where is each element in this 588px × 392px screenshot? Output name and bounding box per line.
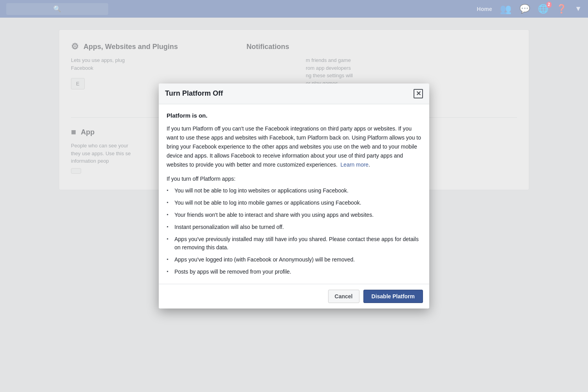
platform-if-off-label: If you turn off Platform apps:: [167, 176, 421, 182]
list-item: Posts by apps will be removed from your …: [167, 268, 421, 276]
modal-header: Turn Platform Off ✕: [159, 83, 429, 104]
platform-consequences-list: You will not be able to log into website…: [167, 187, 421, 276]
list-item: Instant personalization will also be tur…: [167, 223, 421, 231]
platform-description: If you turn Platform off you can't use t…: [167, 124, 421, 169]
list-item: You will not be able to log into website…: [167, 187, 421, 195]
list-item: Apps you've previously installed may sti…: [167, 235, 421, 252]
list-item: Your friends won't be able to interact a…: [167, 211, 421, 219]
modal-wrapper: Turn Platform Off ✕ Platform is on. If y…: [0, 0, 588, 392]
modal-close-button[interactable]: ✕: [414, 89, 423, 98]
list-item: You will not be able to log into mobile …: [167, 199, 421, 207]
disable-platform-button[interactable]: Disable Platform: [363, 290, 423, 303]
platform-status: Platform is on.: [167, 112, 421, 119]
modal-body: Platform is on. If you turn Platform off…: [159, 104, 429, 284]
learn-more-link[interactable]: Learn more: [341, 162, 369, 168]
list-item: Apps you've logged into (with Facebook o…: [167, 256, 421, 264]
modal-title: Turn Platform Off: [165, 89, 223, 98]
modal-footer: Cancel Disable Platform: [159, 284, 429, 309]
cancel-button[interactable]: Cancel: [328, 290, 359, 303]
turn-platform-off-modal: Turn Platform Off ✕ Platform is on. If y…: [159, 83, 429, 309]
